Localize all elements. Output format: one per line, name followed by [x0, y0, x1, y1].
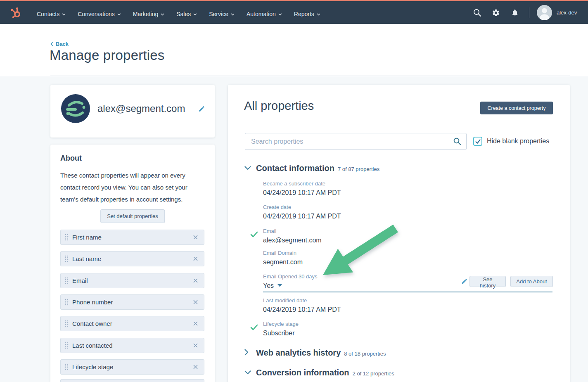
- drag-handle-icon[interactable]: [65, 299, 69, 306]
- chevron-down-icon: [317, 13, 320, 16]
- drag-handle-icon[interactable]: [65, 363, 69, 370]
- list-item-label: Phone number: [72, 299, 193, 306]
- primary-nav: Contacts Conversations Marketing Sales S…: [37, 2, 320, 25]
- section-count: 7 of 87 properties: [338, 166, 379, 172]
- search-icon[interactable]: [453, 138, 461, 145]
- property-label: Lifecycle stage: [263, 321, 299, 327]
- remove-icon[interactable]: [193, 343, 198, 348]
- nav-item-conversations[interactable]: Conversations: [78, 11, 121, 17]
- list-item[interactable]: Last contacted: [60, 338, 204, 353]
- property-label: Became a subscriber date: [263, 180, 341, 187]
- add-to-about-button[interactable]: Add to About: [510, 276, 553, 287]
- chevron-left-icon: [50, 42, 53, 46]
- property-value: segment.com: [263, 258, 303, 266]
- remove-icon[interactable]: [193, 256, 198, 261]
- list-item-label: Contact owner: [72, 320, 193, 327]
- nav-item-label: Conversations: [78, 11, 115, 17]
- list-item[interactable]: Lifecycle stage: [60, 359, 204, 375]
- list-item[interactable]: First name: [60, 230, 204, 245]
- search-box: [245, 133, 467, 150]
- list-item[interactable]: Last name: [60, 251, 204, 266]
- search-icon[interactable]: [473, 9, 481, 17]
- drag-handle-icon[interactable]: [65, 342, 69, 349]
- property-label: Email Domain: [263, 250, 303, 256]
- property-row: Lifecycle stage Subscriber: [263, 321, 299, 337]
- back-label: Back: [56, 41, 69, 47]
- segment-logo-avatar: [61, 94, 90, 123]
- section-count: 8 of 18 properties: [344, 351, 386, 357]
- property-label: Last modified date: [263, 297, 341, 304]
- list-item[interactable]: Email: [60, 273, 204, 288]
- chevron-down-icon: [117, 13, 121, 16]
- nav-item-sales[interactable]: Sales: [176, 11, 197, 17]
- property-row: Became a subscriber date 04/24/2019 10:1…: [263, 180, 341, 197]
- remove-icon[interactable]: [193, 278, 198, 283]
- section-title: Conversion information: [256, 368, 349, 377]
- see-history-button[interactable]: See history: [469, 276, 506, 287]
- drag-handle-icon[interactable]: [65, 234, 69, 241]
- chevron-right-icon: [244, 349, 249, 356]
- hubspot-logo-icon[interactable]: [10, 7, 22, 19]
- page-header: Back Manage properties: [0, 24, 588, 76]
- manage-properties-page: Contacts Conversations Marketing Sales S…: [0, 0, 588, 382]
- username[interactable]: alex-dev: [557, 9, 577, 16]
- list-item-partial[interactable]: [60, 379, 204, 382]
- list-item[interactable]: Phone number: [60, 294, 204, 310]
- nav-item-label: Service: [209, 11, 228, 17]
- section-title: Contact information: [256, 164, 334, 173]
- content-area: alex@segment.com About These contact pro…: [0, 76, 588, 382]
- create-contact-property-button[interactable]: Create a contact property: [480, 102, 553, 114]
- bell-icon[interactable]: [511, 9, 519, 17]
- section-web-analytics-history[interactable]: Web analytics history 8 of 18 properties: [244, 348, 386, 358]
- about-title: About: [60, 154, 82, 163]
- list-item-label: Last name: [72, 255, 193, 262]
- chevron-down-icon: [62, 13, 66, 16]
- property-value-dropdown[interactable]: Yes: [263, 281, 318, 290]
- remove-icon[interactable]: [193, 321, 198, 326]
- chevron-down-icon: [193, 13, 197, 16]
- remove-icon[interactable]: [193, 365, 198, 369]
- list-item-label: Email: [72, 277, 193, 284]
- header-divider: [50, 76, 570, 76]
- contact-profile-card: alex@segment.com: [50, 85, 215, 138]
- section-contact-information[interactable]: Contact information 7 of 87 properties: [244, 164, 379, 173]
- set-default-properties-button[interactable]: Set default properties: [100, 209, 165, 223]
- remove-icon[interactable]: [193, 300, 198, 304]
- back-link[interactable]: Back: [50, 41, 69, 47]
- list-item[interactable]: Contact owner: [60, 316, 204, 331]
- edit-field-underline: [263, 292, 552, 292]
- property-label: Create date: [263, 204, 341, 210]
- section-count: 2 of 12 properties: [353, 370, 394, 377]
- hide-blank-label: Hide blank properties: [487, 138, 549, 145]
- avatar[interactable]: [537, 5, 552, 20]
- hide-blank-checkbox[interactable]: [473, 137, 482, 146]
- check-icon: [250, 231, 258, 237]
- top-navigation-bar: Contacts Conversations Marketing Sales S…: [0, 0, 588, 24]
- chevron-down-icon: [244, 370, 251, 375]
- search-input[interactable]: [245, 133, 467, 150]
- gear-icon[interactable]: [492, 9, 500, 17]
- nav-item-service[interactable]: Service: [209, 11, 235, 17]
- drag-handle-icon[interactable]: [65, 277, 69, 284]
- nav-item-marketing[interactable]: Marketing: [133, 11, 164, 17]
- property-value: Subscriber: [263, 329, 299, 337]
- remove-icon[interactable]: [193, 235, 198, 240]
- nav-item-contacts[interactable]: Contacts: [37, 11, 66, 17]
- drag-handle-icon[interactable]: [65, 255, 69, 262]
- property-value: 04/24/2019 10:17 AM PDT: [263, 212, 341, 221]
- all-properties-title: All properties: [244, 99, 314, 113]
- nav-item-automation[interactable]: Automation: [247, 11, 282, 17]
- section-conversion-information[interactable]: Conversion information 2 of 12 propertie…: [244, 368, 394, 377]
- all-properties-card: All properties Create a contact property…: [228, 85, 570, 382]
- edit-pencil-icon[interactable]: [461, 278, 468, 285]
- property-row: Email alex@segment.com: [263, 228, 322, 244]
- nav-item-label: Sales: [176, 11, 191, 17]
- chevron-down-icon: [278, 13, 282, 16]
- edit-pencil-icon[interactable]: [198, 105, 205, 112]
- topbar-divider: [529, 7, 529, 18]
- property-label: Email Opened 30 days: [263, 273, 318, 280]
- nav-item-label: Automation: [247, 11, 276, 17]
- chevron-down-icon: [244, 166, 251, 170]
- nav-item-reports[interactable]: Reports: [294, 11, 320, 17]
- drag-handle-icon[interactable]: [65, 320, 69, 327]
